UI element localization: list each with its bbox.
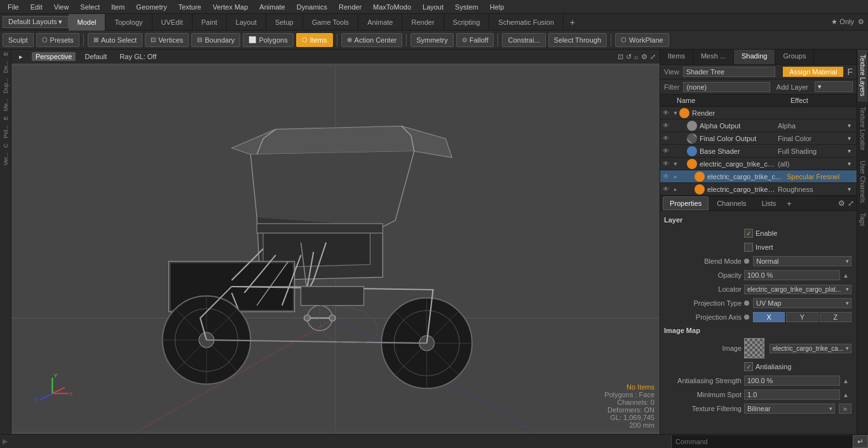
vtab-user-channels[interactable]: User Channels <box>858 156 867 208</box>
menu-vertexmap[interactable]: Vertex Map <box>208 2 254 12</box>
vtab-tags[interactable]: Tags <box>858 208 867 231</box>
rp-view-expand[interactable]: F <box>847 67 853 77</box>
vp-perspective[interactable]: Perspective <box>32 52 76 61</box>
prop-tab-channels[interactable]: Channels <box>710 196 753 210</box>
prop-tab-lists[interactable]: Lists <box>755 196 783 210</box>
rp-tab-groups[interactable]: Groups <box>775 50 814 64</box>
tab-layout[interactable]: Layout <box>227 14 266 31</box>
texture-filtering-expand[interactable]: » <box>839 404 851 414</box>
eye-icon-alpha[interactable]: 👁 <box>660 122 672 129</box>
menu-edit[interactable]: Edit <box>25 2 48 12</box>
tab-uvedit[interactable]: UVEdit <box>153 14 193 31</box>
sidebar-item-c[interactable]: C <box>1 141 10 151</box>
image-dropdown[interactable]: electric_cargo_trike_ca... <box>770 344 851 353</box>
texture-filtering-dropdown[interactable]: Bilinear <box>744 404 835 414</box>
menu-render[interactable]: Render <box>334 2 367 12</box>
menu-item[interactable]: Item <box>106 2 130 12</box>
prop-icon-settings[interactable]: ⚙ <box>838 199 845 208</box>
items-button[interactable]: ⬡Items <box>296 33 333 47</box>
antialiasing-increment[interactable]: ▲ <box>843 377 851 384</box>
menu-select[interactable]: Select <box>75 2 105 12</box>
constraints-button[interactable]: Constrai... <box>502 33 545 47</box>
blend-mode-dropdown[interactable]: Normal <box>753 256 851 266</box>
menu-help[interactable]: Help <box>485 2 510 12</box>
opacity-input[interactable] <box>744 270 840 280</box>
eye-icon-baseshader[interactable]: 👁 <box>660 147 672 154</box>
vtab-texture-locator[interactable]: Texture Locator <box>858 102 867 156</box>
rp-tab-shading[interactable]: Shading <box>734 50 775 64</box>
assign-material-button[interactable]: Assign Material <box>783 67 843 77</box>
tree-row-baseshader[interactable]: 👁 Base Shader Full Shading ▾ <box>660 145 857 158</box>
menu-dynamics[interactable]: Dynamics <box>292 2 332 12</box>
tree-row-render[interactable]: 👁 ▼ Render <box>660 107 857 119</box>
tab-gametools[interactable]: Game Tools <box>303 14 359 31</box>
vp-icon-expand[interactable]: ⤢ <box>650 53 656 61</box>
autoselect-button[interactable]: ⊞Auto Select <box>88 33 142 47</box>
locator-dropdown[interactable]: electric_cargo_trike_cargo_plat... <box>744 285 851 294</box>
invert-checkbox[interactable] <box>744 243 753 252</box>
tree-row-finalcolor[interactable]: 👁 Final Color Output Final Color ▾ <box>660 132 857 145</box>
sculpt-button[interactable]: Sculpt <box>3 33 34 47</box>
antialiasing-strength-input[interactable] <box>744 376 840 386</box>
tree-row-specular[interactable]: 👁 ▸ electric_cargo_trike_c... Specular F… <box>660 170 857 183</box>
tab-schematic[interactable]: Schematic Fusion <box>489 14 563 31</box>
select-through-button[interactable]: Select Through <box>548 33 607 47</box>
tree-row-alpha[interactable]: 👁 Alpha Output Alpha ▾ <box>660 119 857 132</box>
workplane-button[interactable]: ⬡WorkPlane <box>615 33 669 47</box>
sidebar-item-ver[interactable]: Ver... <box>1 150 10 168</box>
rp-tab-items[interactable]: Items <box>660 50 693 64</box>
command-submit-button[interactable]: ↵ <box>853 435 868 448</box>
menu-geometry[interactable]: Geometry <box>131 2 172 12</box>
vp-raygl[interactable]: Ray GL: Off <box>116 52 160 61</box>
rp-tab-mesh[interactable]: Mesh ... <box>693 50 734 64</box>
opacity-increment[interactable]: ▲ <box>843 272 851 279</box>
vp-icon-lock[interactable]: ⊡ <box>618 53 623 61</box>
vp-icon-settings[interactable]: ⚙ <box>641 53 648 61</box>
minimum-spot-input[interactable] <box>744 390 840 400</box>
sidebar-item-de[interactable]: De... <box>1 58 10 76</box>
tab-render[interactable]: Render <box>402 14 444 31</box>
tab-paint[interactable]: Paint <box>193 14 227 31</box>
proj-axis-z[interactable]: Z <box>820 312 851 322</box>
expand-icon-roughness[interactable]: ▸ <box>672 186 679 193</box>
vtab-texture-layers[interactable]: Texture Layers <box>858 50 867 102</box>
image-thumbnail[interactable] <box>744 338 764 358</box>
enable-checkbox[interactable]: ✓ <box>744 229 753 238</box>
menu-layout[interactable]: Layout <box>417 2 449 12</box>
add-layer-dropdown[interactable]: ▾ <box>815 81 853 92</box>
bottom-arrow[interactable]: ▶ <box>3 437 8 445</box>
vertices-button[interactable]: ⊡Vertices <box>145 33 189 47</box>
eye-icon-material[interactable]: 👁 <box>660 160 672 167</box>
action-center-button[interactable]: ⊕Action Center <box>341 33 403 47</box>
viewport[interactable]: ▸ Perspective Default Ray GL: Off ⊡ ↺ ⌕ … <box>11 50 660 434</box>
sidebar-item-e[interactable]: E <box>1 114 10 123</box>
vp-layout[interactable]: Default <box>81 52 111 61</box>
expand-icon-render[interactable]: ▼ <box>672 110 679 116</box>
falloff-button[interactable]: ⊙Falloff <box>456 33 494 47</box>
tab-topology[interactable]: Topology <box>105 14 152 31</box>
prop-icon-expand[interactable]: ⤢ <box>848 199 854 208</box>
menu-system[interactable]: System <box>450 2 484 12</box>
command-input[interactable] <box>671 435 853 448</box>
tree-row-roughness[interactable]: 👁 ▸ electric_cargo_trike_c... Roughness … <box>660 183 857 196</box>
layout-dropdown[interactable]: Default Layouts ▾ <box>3 16 69 28</box>
vp-icon-search[interactable]: ⌕ <box>634 53 639 61</box>
prop-tab-properties[interactable]: Properties <box>663 196 709 210</box>
sidebar-item-b[interactable]: B <box>1 50 10 58</box>
sidebar-item-me[interactable]: Me... <box>1 96 10 114</box>
menu-texture[interactable]: Texture <box>173 2 207 12</box>
add-prop-tab-button[interactable]: + <box>787 199 792 208</box>
symmetry-button[interactable]: Symmetry <box>410 33 454 47</box>
polygons-button[interactable]: ⬜Polygons <box>243 33 293 47</box>
tab-animate[interactable]: Animate <box>358 14 402 31</box>
menu-view[interactable]: View <box>49 2 74 12</box>
eye-icon-specular[interactable]: 👁 <box>660 173 672 180</box>
menu-maxtomodo[interactable]: MaxToModo <box>368 2 416 12</box>
menu-file[interactable]: File <box>3 2 24 12</box>
vp-icon-refresh[interactable]: ↺ <box>626 53 632 61</box>
eye-icon-finalcolor[interactable]: 👁 <box>660 135 672 142</box>
presets-button[interactable]: ⬡Presets <box>36 33 79 47</box>
view-dropdown[interactable]: Shader Tree <box>683 67 776 77</box>
expand-icon-specular[interactable]: ▸ <box>672 173 679 180</box>
tree-row-material[interactable]: 👁 ▼ electric_cargo_trike_car... (all) ▾ <box>660 158 857 170</box>
